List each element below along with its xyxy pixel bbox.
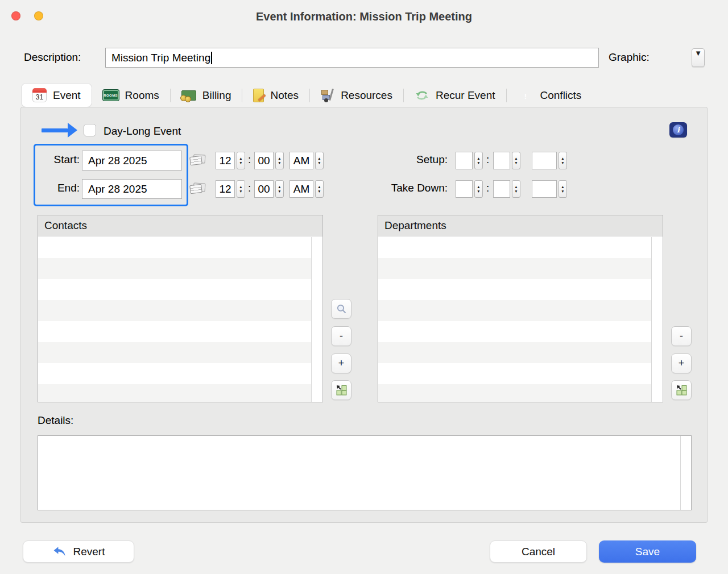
end-hour-stepper[interactable]: ▴ ▾	[237, 180, 245, 198]
end-ampm-group: AM ▴ ▾	[289, 180, 324, 198]
departments-add-button[interactable]: +	[671, 353, 692, 373]
tab-notes[interactable]: Notes	[242, 84, 309, 107]
revert-button[interactable]: Revert	[23, 540, 134, 563]
contacts-scrollbar[interactable]	[311, 237, 322, 402]
tab-rooms-label: Rooms	[125, 89, 159, 102]
take-down-ampm-group: ▴ ▾	[532, 180, 567, 198]
end-date-picker-icon[interactable]	[190, 183, 205, 194]
departments-remove-button[interactable]: -	[671, 326, 692, 346]
recur-arrows-icon	[415, 89, 429, 102]
end-minute-stepper[interactable]: ▴ ▾	[275, 180, 284, 198]
end-minute-field[interactable]: 00	[254, 180, 274, 198]
start-label: Start:	[35, 153, 80, 166]
calendar-icon-number: 31	[32, 93, 47, 102]
take-down-minute-stepper[interactable]: ▴ ▾	[512, 180, 520, 198]
stepper-down-icon[interactable]: ▾	[515, 161, 518, 165]
start-minute-field[interactable]: 00	[254, 152, 274, 169]
start-ampm-field[interactable]: AM	[289, 152, 313, 169]
start-hour-field[interactable]: 12	[216, 152, 235, 169]
end-hour-field[interactable]: 12	[216, 180, 235, 198]
start-minute-stepper[interactable]: ▴ ▾	[275, 152, 284, 169]
departments-list-body[interactable]	[378, 237, 663, 402]
minus-icon: -	[680, 330, 683, 342]
contacts-add-button[interactable]: +	[331, 353, 351, 373]
departments-pick-from-list-button[interactable]	[671, 380, 692, 400]
setup-minute-stepper[interactable]: ▴ ▾	[512, 152, 520, 169]
departments-scrollbar[interactable]	[651, 237, 663, 402]
warning-icon: !	[518, 88, 534, 102]
start-date-field[interactable]: Apr 28 2025	[82, 151, 182, 170]
setup-ampm-group: ▴ ▾	[532, 152, 567, 169]
info-icon: i	[673, 124, 684, 135]
start-ampm-stepper[interactable]: ▴ ▾	[315, 152, 324, 169]
take-down-minute-field[interactable]	[493, 180, 510, 198]
stepper-down-icon[interactable]: ▾	[478, 189, 480, 194]
end-ampm-stepper[interactable]: ▴ ▾	[315, 180, 324, 198]
setup-hour-field[interactable]	[456, 152, 473, 169]
contacts-remove-button[interactable]: -	[331, 326, 351, 346]
description-input[interactable]: Mission Trip Meeting	[105, 48, 599, 68]
tab-event[interactable]: 31 Event	[22, 84, 92, 107]
plus-icon: +	[338, 357, 345, 369]
details-label: Details:	[38, 414, 73, 427]
text-cursor	[211, 52, 212, 64]
save-button[interactable]: Save	[599, 540, 696, 563]
end-ampm-field[interactable]: AM	[289, 180, 313, 198]
setup-ampm-stepper[interactable]: ▴ ▾	[559, 152, 567, 169]
take-down-ampm-field[interactable]	[532, 180, 557, 198]
tab-billing[interactable]: Billing	[171, 84, 242, 107]
start-hour-group: 12 ▴ ▾	[216, 152, 245, 169]
take-down-ampm-stepper[interactable]: ▴ ▾	[559, 180, 567, 198]
start-minute-group: 00 ▴ ▾	[254, 152, 284, 169]
take-down-hour-field[interactable]	[456, 180, 473, 198]
stepper-down-icon[interactable]: ▾	[279, 189, 281, 194]
stepper-down-icon[interactable]: ▾	[318, 189, 321, 194]
info-button[interactable]: i	[669, 122, 687, 138]
annotation-arrow-icon	[68, 123, 77, 138]
cancel-button[interactable]: Cancel	[490, 540, 587, 563]
start-date-picker-icon[interactable]	[190, 155, 205, 166]
stepper-down-icon[interactable]: ▾	[240, 189, 242, 194]
end-label: End:	[35, 182, 80, 194]
setup-ampm-field[interactable]	[532, 152, 557, 169]
take-down-label: Take Down:	[340, 182, 448, 194]
green-squares-icon	[676, 384, 688, 396]
contacts-pick-from-list-button[interactable]	[331, 380, 351, 400]
tab-recur-event[interactable]: Recur Event	[404, 84, 506, 107]
start-hour-stepper[interactable]: ▴ ▾	[237, 152, 245, 169]
take-down-hour-stepper[interactable]: ▴ ▾	[474, 180, 483, 198]
stepper-down-icon[interactable]: ▾	[478, 161, 480, 165]
graphic-dropdown-button[interactable]: ▼	[692, 48, 705, 67]
tab-resources-label: Resources	[341, 89, 392, 102]
description-value: Mission Trip Meeting	[111, 52, 210, 64]
stepper-down-icon[interactable]: ▾	[515, 189, 518, 194]
minimize-button[interactable]	[34, 11, 43, 20]
contacts-list-body[interactable]	[38, 237, 322, 402]
search-icon	[336, 303, 347, 314]
setup-minute-field[interactable]	[493, 152, 510, 169]
description-label: Description:	[24, 51, 81, 64]
end-hour-group: 12 ▴ ▾	[216, 180, 245, 198]
tab-rooms[interactable]: ROOMS Rooms	[92, 84, 170, 107]
stepper-down-icon[interactable]: ▾	[240, 161, 242, 165]
day-long-event-checkbox[interactable]	[84, 124, 96, 136]
setup-hour-stepper[interactable]: ▴ ▾	[474, 152, 483, 169]
contacts-search-button[interactable]	[331, 299, 351, 319]
stepper-down-icon[interactable]: ▾	[562, 189, 564, 194]
revert-arrow-icon	[52, 546, 67, 557]
calendar-icon: 31	[32, 88, 47, 102]
event-tab-panel: Day-Long Event i Start: Apr 28 2025 12 ▴…	[20, 107, 708, 523]
end-date-field[interactable]: Apr 28 2025	[82, 179, 182, 199]
start-date-value: Apr 28 2025	[88, 155, 147, 167]
note-icon	[253, 89, 264, 102]
details-scrollbar[interactable]	[680, 436, 691, 510]
stepper-down-icon[interactable]: ▾	[562, 161, 564, 165]
tab-resources[interactable]: Resources	[310, 84, 403, 107]
tab-conflicts[interactable]: ! Conflicts	[507, 84, 593, 107]
details-textarea[interactable]	[38, 435, 692, 510]
close-button[interactable]	[11, 11, 20, 20]
stepper-down-icon[interactable]: ▾	[279, 161, 281, 165]
stepper-down-icon[interactable]: ▾	[318, 161, 321, 165]
wheel-icon	[324, 98, 328, 102]
minus-icon: -	[340, 330, 343, 342]
